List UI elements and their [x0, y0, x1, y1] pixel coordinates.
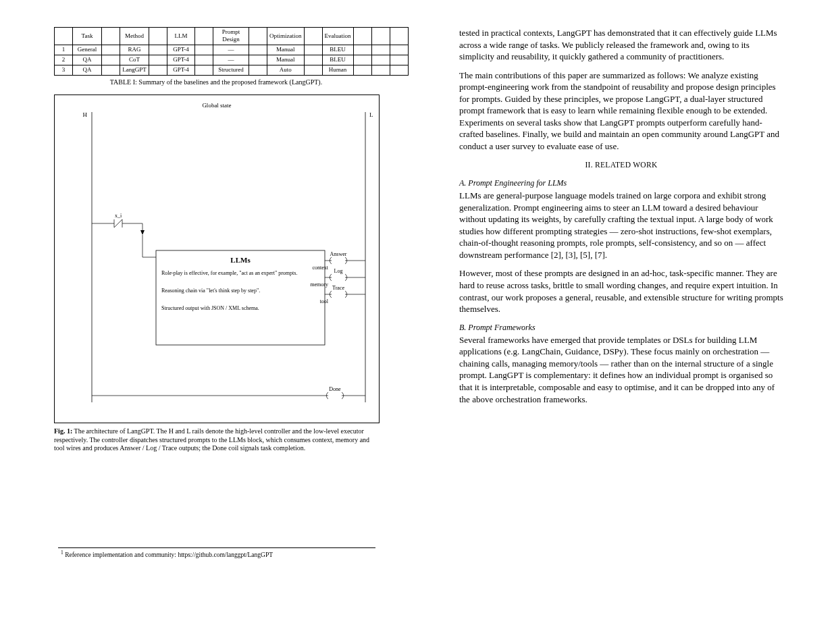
figure-caption: Fig. 1: The architecture of LangGPT. The… — [54, 427, 378, 453]
th — [353, 28, 371, 45]
footnote-rule — [58, 547, 375, 548]
td — [390, 65, 408, 75]
td — [304, 55, 322, 65]
fig-top-label: Global state — [202, 102, 231, 109]
td — [102, 65, 120, 75]
figure-1: Global state H L x_i — [54, 95, 380, 423]
footnote-marker: 1 — [61, 549, 63, 556]
td: — — [213, 45, 249, 55]
th: Task — [73, 28, 102, 45]
th: Evaluation — [322, 28, 353, 45]
coil-label: Log — [334, 268, 343, 274]
coil-label: Done — [329, 386, 341, 392]
th — [195, 28, 213, 45]
td: Manual — [267, 55, 305, 65]
th — [304, 28, 322, 45]
svg-marker-6 — [140, 230, 145, 235]
td — [102, 45, 120, 55]
section-heading-related-work: II. RELATED WORK — [459, 160, 783, 171]
th: Method — [120, 28, 149, 45]
td — [249, 45, 267, 55]
rail-left-label: H — [83, 111, 88, 118]
subhead-a: A. Prompt Engineering for LLMs — [459, 178, 783, 188]
wire-label: tool — [320, 298, 329, 304]
td — [353, 55, 371, 65]
rail-right-label: L — [369, 111, 373, 118]
td: Manual — [267, 45, 305, 55]
output-trace: Trace tool — [320, 285, 365, 304]
contact-label: x_i — [115, 213, 122, 219]
td — [353, 65, 371, 75]
td: Human — [322, 65, 353, 75]
table-row: 1 General RAG GPT-4 — Manual BLEU — [55, 45, 409, 55]
coil-label: Trace — [332, 285, 344, 291]
th — [390, 28, 408, 45]
td: — — [213, 55, 249, 65]
fig-caption-text: The architecture of LangGPT. The H and L… — [54, 427, 369, 452]
done-rung: Done — [92, 386, 365, 399]
th — [371, 28, 390, 45]
sub1-body: LLMs are general-purpose language models… — [459, 190, 783, 261]
td — [102, 55, 120, 65]
th — [249, 28, 267, 45]
td: CoT — [120, 55, 149, 65]
td — [390, 45, 408, 55]
td — [390, 55, 408, 65]
td: 3 — [55, 65, 73, 75]
td: LangGPT — [120, 65, 149, 75]
th: Prompt Design — [213, 28, 249, 45]
th — [149, 28, 167, 45]
td: Structured — [213, 65, 249, 75]
td — [371, 45, 390, 55]
footnote-text: Reference implementation and community: … — [65, 552, 273, 558]
td: 2 — [55, 55, 73, 65]
svg-line-3 — [114, 219, 122, 227]
fig-label: Fig. 1: — [54, 427, 72, 435]
table-caption: TABLE I: Summary of the baselines and th… — [54, 78, 378, 87]
td — [249, 65, 267, 75]
table-row: 2 QA CoT GPT-4 — Manual BLEU — [55, 55, 409, 65]
td: General — [73, 45, 102, 55]
summary-table: Task Method LLM Prompt Design Optimizati… — [54, 27, 409, 76]
td — [249, 55, 267, 65]
td — [149, 45, 167, 55]
td: GPT-4 — [167, 65, 195, 75]
para-2: The main contributions of this paper are… — [459, 70, 783, 153]
th: LLM — [167, 28, 195, 45]
td — [371, 65, 390, 75]
coil-label: Answer — [330, 251, 347, 257]
footnote: 1 Reference implementation and community… — [61, 549, 378, 560]
td — [149, 65, 167, 75]
td: QA — [73, 65, 102, 75]
sub1-body2: However, most of these prompts are desig… — [459, 267, 783, 315]
llm-block-title: LLMs — [230, 256, 251, 264]
sub2-body: Several frameworks have emerged that pro… — [459, 334, 783, 405]
llm-line: Role-play is effective, for example, "ac… — [161, 270, 297, 276]
td: QA — [73, 55, 102, 65]
subhead-b: B. Prompt Frameworks — [459, 322, 783, 333]
td — [195, 65, 213, 75]
right-text-column: tested in practical contexts, LangGPT ha… — [459, 27, 783, 412]
td — [195, 45, 213, 55]
td: BLEU — [322, 45, 353, 55]
td: BLEU — [322, 55, 353, 65]
td: 1 — [55, 45, 73, 55]
llm-line: Structured output with JSON / XML schema… — [161, 305, 259, 311]
th — [55, 28, 73, 45]
llm-block — [156, 250, 325, 345]
td: RAG — [120, 45, 149, 55]
wire-label: memory — [310, 281, 328, 288]
llm-line: Reasoning chain via "let's think step by… — [161, 288, 260, 294]
th: Optimization — [267, 28, 305, 45]
td: GPT-4 — [167, 55, 195, 65]
td — [304, 65, 322, 75]
wire-label: context — [312, 265, 328, 271]
table-row: 3 QA LangGPT GPT-4 Structured Auto Human — [55, 65, 409, 75]
td — [149, 55, 167, 65]
td — [304, 45, 322, 55]
th — [102, 28, 120, 45]
td: GPT-4 — [167, 45, 195, 55]
td — [371, 55, 390, 65]
table-header-row: Task Method LLM Prompt Design Optimizati… — [55, 28, 409, 45]
td — [353, 45, 371, 55]
